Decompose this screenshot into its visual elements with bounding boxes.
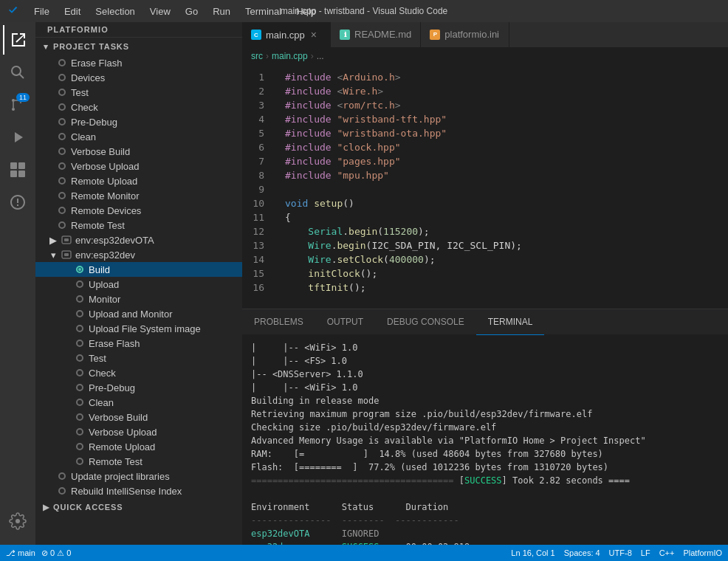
status-spaces[interactable]: Spaces: 4 [564,548,600,557]
menu-file[interactable]: File [31,4,52,18]
check-top-label: Check [71,102,98,113]
panel-tab-output[interactable]: OUTPUT [315,309,375,335]
sidebar-item-verbose-build-top[interactable]: Verbose Build [35,144,242,159]
terminal-content[interactable]: | |-- <WiFi> 1.0 | |-- <FS> 1.0 |-- <DNS… [242,335,728,545]
tab-main-cpp-label: main.cpp [266,30,305,41]
upload-fs-label: Upload File System image [89,323,201,334]
project-tasks-label: PROJECT TASKS [53,42,129,51]
sidebar-item-clean-top[interactable]: Clean [35,129,242,144]
menu-view[interactable]: View [147,4,174,18]
source-control-badge: 11 [16,93,30,102]
sidebar-item-verbose-upload-top[interactable]: Verbose Upload [35,159,242,173]
code-and-panel: 12345 678910 1112131415 16 #include <Ard… [242,64,728,545]
status-language[interactable]: C++ [659,548,675,557]
quick-access-section[interactable]: ▶ QUICK ACCESS [35,498,242,516]
source-control-icon[interactable]: 11 [3,90,32,120]
sidebar-item-remote-devices-top[interactable]: Remote Devices [35,203,242,218]
svg-rect-7 [18,162,25,169]
verbose-build-top-label: Verbose Build [71,146,130,157]
platformio-icon[interactable] [3,187,32,217]
sidebar-item-predebug-top[interactable]: Pre-Debug [35,114,242,129]
status-platformio[interactable]: PlatformIO [683,548,722,557]
sidebar-item-upload-fs[interactable]: Upload File System image [35,321,242,336]
svg-line-1 [20,75,24,79]
verbose-upload-icon [74,426,86,438]
sidebar-content[interactable]: ▾ PROJECT TASKS Erase Flash Devices Test… [35,38,242,545]
status-errors[interactable]: ⊘ 0 ⚠ 0 [41,548,71,558]
remote-test-label: Remote Test [89,456,142,467]
panel-tab-terminal[interactable]: TERMINAL [476,309,545,335]
sidebar-item-remote-monitor-top[interactable]: Remote Monitor [35,188,242,203]
panel-tab-debug-console[interactable]: DEBUG CONSOLE [375,309,476,335]
svg-rect-9 [18,171,25,177]
breadcrumb-ellipsis[interactable]: ... [317,51,324,61]
settings-icon[interactable] [3,506,32,536]
panel-tab-problems[interactable]: PROBLEMS [242,309,315,335]
breadcrumb-src[interactable]: src [251,51,263,61]
sidebar-item-clean[interactable]: Clean [35,395,242,410]
env-esp32dev-label: env:esp32dev [75,249,135,261]
status-bar-right: Ln 16, Col 1 Spaces: 4 UTF-8 LF C++ Plat… [511,548,722,557]
tab-main-cpp-close[interactable]: × [311,29,317,41]
status-branch[interactable]: ⎇ main [6,548,35,558]
verbose-upload-top-icon [56,160,68,172]
sidebar-item-erase-flash-top[interactable]: Erase Flash [35,55,242,70]
tab-readme[interactable]: ℹ README.md [331,22,421,47]
sidebar-item-check-top[interactable]: Check [35,100,242,114]
menu-terminal[interactable]: Terminal [242,4,284,18]
rebuild-intellisense-icon [56,485,68,497]
env-esp32devota-icon [61,234,72,246]
explorer-icon[interactable] [3,25,32,55]
activity-bar-bottom [3,506,32,545]
app-body: 11 PLATFORMIO ▾ PROJECT TASKS [0,22,728,545]
run-debug-icon[interactable] [3,123,32,152]
sidebar-item-check[interactable]: Check [35,365,242,380]
env-esp32devota[interactable]: ▶ env:esp32devOTA [35,233,242,247]
breadcrumb-file[interactable]: main.cpp [272,51,308,61]
check-top-icon [56,101,68,113]
test-label: Test [89,353,106,364]
sidebar-item-upload[interactable]: Upload [35,277,242,292]
sidebar-item-verbose-build[interactable]: Verbose Build [35,410,242,424]
project-tasks-section[interactable]: ▾ PROJECT TASKS [35,38,242,55]
test-top-label: Test [71,87,89,98]
line-numbers: 12345 678910 1112131415 16 [242,64,279,309]
verbose-upload-top-label: Verbose Upload [71,161,140,172]
quick-access-label: QUICK ACCESS [53,503,123,512]
status-eol[interactable]: LF [641,548,650,557]
sidebar-item-remote-upload[interactable]: Remote Upload [35,439,242,454]
sidebar-item-remote-test[interactable]: Remote Test [35,454,242,469]
tab-platformio-ini[interactable]: P platformio.ini [421,22,509,47]
sidebar-item-remote-test-top[interactable]: Remote Test [35,218,242,233]
sidebar-item-remote-upload-top[interactable]: Remote Upload [35,173,242,188]
menu-go[interactable]: Go [182,4,201,18]
sidebar-item-test-top[interactable]: Test [35,85,242,100]
menu-edit[interactable]: Edit [61,4,83,18]
svg-rect-11 [64,238,69,241]
status-position[interactable]: Ln 16, Col 1 [511,548,554,557]
svg-point-4 [12,108,15,111]
menu-selection[interactable]: Selection [92,4,137,18]
sidebar-item-test[interactable]: Test [35,351,242,365]
search-icon[interactable] [3,58,32,87]
sidebar-item-rebuild-intellisense[interactable]: Rebuild IntelliSense Index [35,483,242,498]
sidebar-item-devices-top[interactable]: Devices [35,70,242,85]
sidebar-item-predebug[interactable]: Pre-Debug [35,380,242,395]
code-content[interactable]: #include <Arduino.h> #include <Wire.h> #… [279,64,728,309]
sidebar-item-upload-and-monitor[interactable]: Upload and Monitor [35,306,242,321]
sidebar-item-update-libs[interactable]: Update project libraries [35,469,242,483]
sidebar-item-monitor[interactable]: Monitor [35,292,242,306]
extensions-icon[interactable] [3,155,32,185]
status-encoding[interactable]: UTF-8 [609,548,632,557]
tab-main-cpp[interactable]: C main.cpp × [242,22,331,47]
sidebar-item-build[interactable]: Build [35,262,242,277]
breadcrumb-sep2: › [311,51,314,61]
env-esp32dev[interactable]: ▾ env:esp32dev [35,247,242,262]
menu-run[interactable]: Run [210,4,233,18]
project-tasks-chevron: ▾ [40,41,52,52]
sidebar-item-verbose-upload[interactable]: Verbose Upload [35,424,242,439]
code-editor[interactable]: 12345 678910 1112131415 16 #include <Ard… [242,64,728,309]
predebug-icon [74,382,86,393]
sidebar-item-erase-flash[interactable]: Erase Flash [35,336,242,351]
check-icon [74,367,86,379]
